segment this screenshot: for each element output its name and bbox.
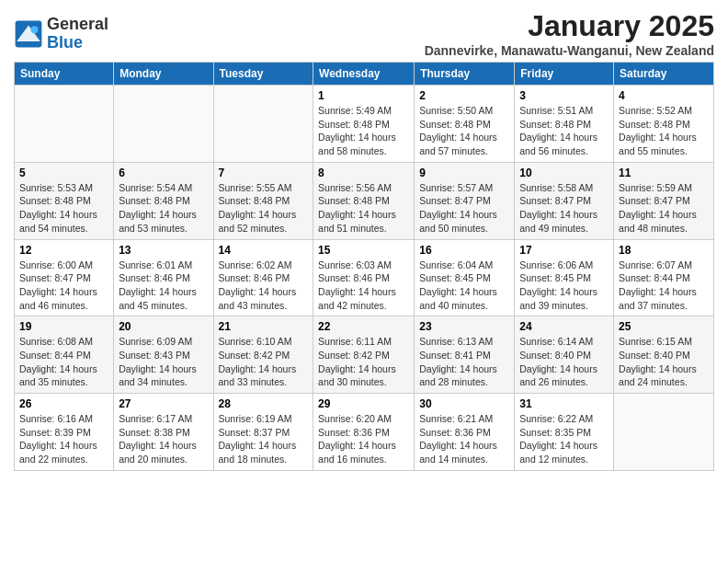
calendar-cell: 1Sunrise: 5:49 AM Sunset: 8:48 PM Daylig… (313, 86, 415, 163)
calendar-cell: 11Sunrise: 5:59 AM Sunset: 8:47 PM Dayli… (614, 162, 714, 239)
calendar-week-row: 12Sunrise: 6:00 AM Sunset: 8:47 PM Dayli… (15, 239, 714, 316)
day-info: Sunrise: 6:01 AM Sunset: 8:46 PM Dayligh… (119, 259, 208, 313)
day-number: 17 (519, 244, 609, 257)
calendar-cell: 9Sunrise: 5:57 AM Sunset: 8:47 PM Daylig… (415, 162, 515, 239)
logo-text: General Blue (47, 16, 108, 52)
calendar-table: SundayMondayTuesdayWednesdayThursdayFrid… (14, 62, 714, 471)
day-info: Sunrise: 6:21 AM Sunset: 8:36 PM Dayligh… (419, 412, 509, 466)
day-number: 15 (318, 244, 409, 257)
day-info: Sunrise: 6:04 AM Sunset: 8:45 PM Dayligh… (419, 259, 509, 313)
calendar-cell: 29Sunrise: 6:20 AM Sunset: 8:36 PM Dayli… (313, 394, 415, 471)
day-info: Sunrise: 6:11 AM Sunset: 8:42 PM Dayligh… (318, 335, 409, 389)
calendar-day-header: Wednesday (313, 63, 415, 86)
calendar-cell: 8Sunrise: 5:56 AM Sunset: 8:48 PM Daylig… (313, 162, 415, 239)
calendar-cell: 14Sunrise: 6:02 AM Sunset: 8:46 PM Dayli… (213, 239, 313, 316)
calendar-cell: 6Sunrise: 5:54 AM Sunset: 8:48 PM Daylig… (114, 162, 213, 239)
calendar-cell (114, 86, 213, 163)
calendar-cell: 2Sunrise: 5:50 AM Sunset: 8:48 PM Daylig… (415, 86, 515, 163)
calendar-cell: 20Sunrise: 6:09 AM Sunset: 8:43 PM Dayli… (114, 316, 213, 394)
day-number: 27 (119, 397, 208, 410)
day-number: 18 (619, 244, 709, 257)
day-info: Sunrise: 6:03 AM Sunset: 8:46 PM Dayligh… (318, 259, 409, 313)
day-number: 28 (219, 397, 309, 410)
day-info: Sunrise: 6:02 AM Sunset: 8:46 PM Dayligh… (219, 259, 309, 313)
day-info: Sunrise: 6:10 AM Sunset: 8:42 PM Dayligh… (219, 335, 309, 389)
calendar-cell: 3Sunrise: 5:51 AM Sunset: 8:48 PM Daylig… (515, 86, 614, 163)
day-info: Sunrise: 5:51 AM Sunset: 8:48 PM Dayligh… (519, 104, 609, 158)
day-info: Sunrise: 5:50 AM Sunset: 8:48 PM Dayligh… (419, 104, 509, 158)
day-info: Sunrise: 6:09 AM Sunset: 8:43 PM Dayligh… (119, 335, 208, 389)
calendar-cell (614, 394, 714, 471)
calendar-week-row: 19Sunrise: 6:08 AM Sunset: 8:44 PM Dayli… (15, 316, 714, 394)
calendar-week-row: 5Sunrise: 5:53 AM Sunset: 8:48 PM Daylig… (15, 162, 714, 239)
calendar-cell: 26Sunrise: 6:16 AM Sunset: 8:39 PM Dayli… (15, 394, 114, 471)
day-number: 30 (419, 397, 509, 410)
calendar-day-header: Thursday (415, 63, 515, 86)
day-info: Sunrise: 6:13 AM Sunset: 8:41 PM Dayligh… (419, 335, 509, 389)
day-number: 11 (619, 167, 709, 179)
day-number: 7 (219, 167, 309, 179)
day-number: 1 (318, 89, 409, 102)
calendar-week-row: 26Sunrise: 6:16 AM Sunset: 8:39 PM Dayli… (15, 394, 714, 471)
logo-general: General (47, 16, 108, 34)
calendar-day-header: Saturday (614, 63, 714, 86)
calendar-cell: 5Sunrise: 5:53 AM Sunset: 8:48 PM Daylig… (15, 162, 114, 239)
calendar-cell: 21Sunrise: 6:10 AM Sunset: 8:42 PM Dayli… (213, 316, 313, 394)
day-number: 31 (519, 397, 609, 410)
calendar-cell: 13Sunrise: 6:01 AM Sunset: 8:46 PM Dayli… (114, 239, 213, 316)
location: Dannevirke, Manawatu-Wanganui, New Zeala… (425, 43, 714, 58)
day-info: Sunrise: 6:00 AM Sunset: 8:47 PM Dayligh… (19, 259, 108, 313)
day-number: 3 (519, 89, 609, 102)
day-number: 10 (519, 167, 609, 179)
day-info: Sunrise: 6:22 AM Sunset: 8:35 PM Dayligh… (519, 412, 609, 466)
day-info: Sunrise: 5:52 AM Sunset: 8:48 PM Dayligh… (619, 104, 709, 158)
day-number: 12 (19, 244, 108, 257)
logo-blue: Blue (47, 34, 108, 52)
day-info: Sunrise: 6:07 AM Sunset: 8:44 PM Dayligh… (619, 259, 709, 313)
day-info: Sunrise: 6:06 AM Sunset: 8:45 PM Dayligh… (519, 259, 609, 313)
day-info: Sunrise: 5:53 AM Sunset: 8:48 PM Dayligh… (19, 181, 108, 236)
day-number: 16 (419, 244, 509, 257)
day-number: 25 (619, 320, 709, 333)
calendar-cell: 18Sunrise: 6:07 AM Sunset: 8:44 PM Dayli… (614, 239, 714, 316)
day-info: Sunrise: 5:54 AM Sunset: 8:48 PM Dayligh… (119, 181, 208, 236)
calendar-cell: 10Sunrise: 5:58 AM Sunset: 8:47 PM Dayli… (515, 162, 614, 239)
day-number: 14 (219, 244, 309, 257)
month-title: January 2025 (425, 9, 714, 43)
day-info: Sunrise: 5:57 AM Sunset: 8:47 PM Dayligh… (419, 181, 509, 236)
day-number: 4 (619, 89, 709, 102)
calendar-day-header: Friday (515, 63, 614, 86)
day-info: Sunrise: 5:59 AM Sunset: 8:47 PM Dayligh… (619, 181, 709, 236)
day-number: 8 (318, 167, 409, 179)
calendar-day-header: Tuesday (213, 63, 313, 86)
day-info: Sunrise: 6:15 AM Sunset: 8:40 PM Dayligh… (619, 335, 709, 389)
day-number: 23 (419, 320, 509, 333)
calendar-cell: 16Sunrise: 6:04 AM Sunset: 8:45 PM Dayli… (415, 239, 515, 316)
day-number: 21 (219, 320, 309, 333)
day-info: Sunrise: 5:58 AM Sunset: 8:47 PM Dayligh… (519, 181, 609, 236)
calendar-cell: 4Sunrise: 5:52 AM Sunset: 8:48 PM Daylig… (614, 86, 714, 163)
day-number: 19 (19, 320, 108, 333)
day-info: Sunrise: 5:55 AM Sunset: 8:48 PM Dayligh… (219, 181, 309, 236)
calendar-day-header: Sunday (15, 63, 114, 86)
calendar-cell: 15Sunrise: 6:03 AM Sunset: 8:46 PM Dayli… (313, 239, 415, 316)
day-info: Sunrise: 5:56 AM Sunset: 8:48 PM Dayligh… (318, 181, 409, 236)
day-number: 22 (318, 320, 409, 333)
svg-point-2 (30, 26, 38, 33)
day-number: 24 (519, 320, 609, 333)
calendar-header-row: SundayMondayTuesdayWednesdayThursdayFrid… (15, 63, 714, 86)
day-info: Sunrise: 6:08 AM Sunset: 8:44 PM Dayligh… (19, 335, 108, 389)
calendar-cell: 22Sunrise: 6:11 AM Sunset: 8:42 PM Dayli… (313, 316, 415, 394)
day-number: 9 (419, 167, 509, 179)
calendar-cell: 30Sunrise: 6:21 AM Sunset: 8:36 PM Dayli… (415, 394, 515, 471)
day-number: 5 (19, 167, 108, 179)
day-number: 6 (119, 167, 208, 179)
calendar-cell: 12Sunrise: 6:00 AM Sunset: 8:47 PM Dayli… (15, 239, 114, 316)
calendar-cell: 25Sunrise: 6:15 AM Sunset: 8:40 PM Dayli… (614, 316, 714, 394)
calendar-cell (15, 86, 114, 163)
day-info: Sunrise: 6:16 AM Sunset: 8:39 PM Dayligh… (19, 412, 108, 466)
day-number: 29 (318, 397, 409, 410)
day-info: Sunrise: 5:49 AM Sunset: 8:48 PM Dayligh… (318, 104, 409, 158)
calendar-cell (213, 86, 313, 163)
day-number: 13 (119, 244, 208, 257)
